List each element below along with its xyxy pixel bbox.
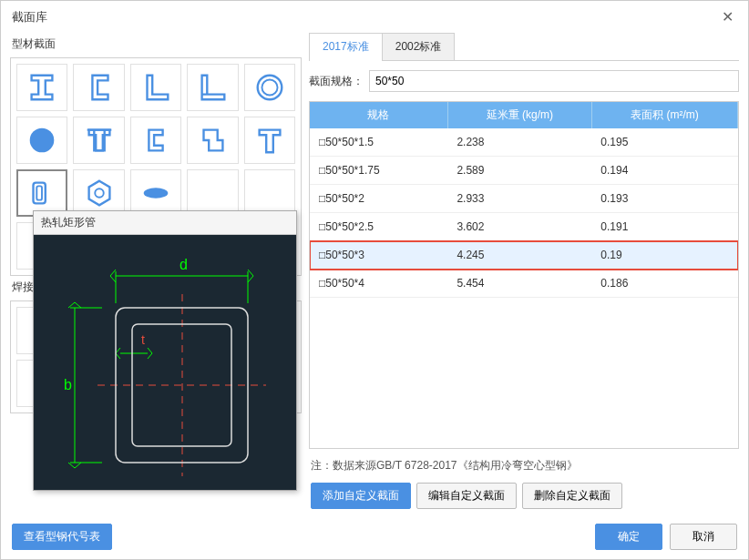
shape-channel[interactable] <box>73 64 124 111</box>
table-row[interactable]: □50*50*22.9330.193 <box>310 185 738 213</box>
svg-point-6 <box>95 188 104 198</box>
dim-d-label: d <box>180 257 188 272</box>
cancel-button[interactable]: 取消 <box>670 524 737 550</box>
shape-angle2[interactable] <box>187 64 238 111</box>
shape-preview-tooltip: 热轧矩形管 d b t <box>33 210 297 491</box>
standard-tabs: 2017标准 2002标准 <box>309 33 739 61</box>
svg-marker-5 <box>88 181 109 206</box>
data-source-note: 注：数据来源GB/T 6728-2017《结构用冷弯空心型钢》 <box>309 449 739 477</box>
ok-button[interactable]: 确定 <box>595 524 662 550</box>
close-icon[interactable]: ✕ <box>718 8 737 25</box>
shape-z[interactable] <box>187 117 238 164</box>
table-row[interactable]: □50*50*45.4540.186 <box>310 270 738 298</box>
svg-rect-4 <box>36 186 42 199</box>
svg-point-1 <box>262 79 277 95</box>
view-steel-code-table-button[interactable]: 查看型钢代号表 <box>12 524 112 550</box>
col-area: 表面积 (m²/m) <box>591 102 737 128</box>
shape-c[interactable] <box>130 117 181 164</box>
dim-t-label: t <box>141 332 145 347</box>
table-row[interactable]: □50*50*2.53.6020.191 <box>310 213 738 241</box>
dim-b-label: b <box>64 377 72 392</box>
tab-2002[interactable]: 2002标准 <box>382 33 456 60</box>
spec-filter-input[interactable] <box>369 70 739 92</box>
shape-tee[interactable] <box>244 117 295 164</box>
tab-2017[interactable]: 2017标准 <box>309 33 383 60</box>
col-weight: 延米重 (kg/m) <box>447 102 591 128</box>
edit-custom-section-button[interactable]: 编辑自定义截面 <box>416 483 517 509</box>
spec-table: 规格 延米重 (kg/m) 表面积 (m²/m) □50*50*1.52.238… <box>309 101 739 449</box>
shape-circle-tube[interactable] <box>244 64 295 111</box>
tooltip-title: 热轧矩形管 <box>34 211 296 235</box>
svg-point-2 <box>30 128 55 153</box>
shape-t[interactable] <box>73 117 124 164</box>
table-row[interactable]: □50*50*34.2450.19 <box>310 241 738 270</box>
profile-section-label: 型材截面 <box>12 36 302 52</box>
filter-label: 截面规格： <box>309 74 364 89</box>
col-spec: 规格 <box>310 102 447 128</box>
dialog-title: 截面库 <box>12 9 47 25</box>
shape-angle[interactable] <box>130 64 181 111</box>
table-row[interactable]: □50*50*1.52.2380.195 <box>310 128 738 157</box>
delete-custom-section-button[interactable]: 删除自定义截面 <box>522 483 622 509</box>
svg-point-7 <box>144 188 169 198</box>
add-custom-section-button[interactable]: 添加自定义截面 <box>311 483 411 509</box>
section-library-dialog: 截面库 ✕ 型材截面 <box>0 0 749 560</box>
tooltip-diagram: d b t <box>34 235 296 490</box>
shape-i-beam[interactable] <box>16 64 67 111</box>
table-row[interactable]: □50*50*1.752.5890.194 <box>310 157 738 185</box>
shape-circle-solid[interactable] <box>16 117 67 164</box>
title-bar: 截面库 ✕ <box>1 1 748 33</box>
